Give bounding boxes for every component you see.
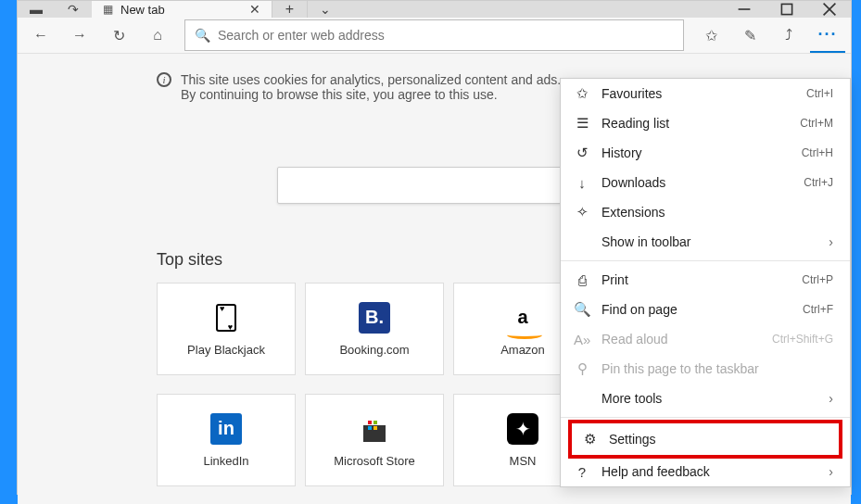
- tile-label: Play Blackjack: [187, 343, 265, 357]
- search-icon: 🔍: [195, 28, 210, 43]
- menu-history[interactable]: ↺ History Ctrl+H: [561, 138, 850, 168]
- browser-tab[interactable]: ▦ New tab ✕: [92, 1, 272, 18]
- menu-shortcut: Ctrl+P: [802, 273, 833, 286]
- print-icon: ⎙: [574, 272, 590, 288]
- menu-label: Extensions: [601, 205, 833, 220]
- address-input[interactable]: [218, 28, 674, 43]
- menu-label: Print: [601, 272, 791, 287]
- tab-label: New tab: [120, 3, 242, 17]
- tile-microsoft-store[interactable]: Microsoft Store: [305, 394, 444, 486]
- menu-shortcut: Ctrl+H: [802, 146, 833, 159]
- toolbar: ← → ↻ ⌂ 🔍 ✩ ✎ ⤴ ···: [18, 18, 851, 54]
- menu-separator: [561, 260, 850, 261]
- menu-label: History: [601, 145, 791, 160]
- menu-shortcut: Ctrl+Shift+G: [772, 333, 833, 346]
- menu-find-on-page[interactable]: 🔍 Find on page Ctrl+F: [561, 295, 850, 324]
- titlebar: ▬ ↷ ▦ New tab ✕ + ⌄: [18, 1, 851, 18]
- menu-label: Help and feedback: [601, 464, 817, 479]
- tile-label: Amazon: [500, 343, 545, 357]
- booking-icon: B.: [359, 302, 390, 334]
- card-icon: [210, 302, 242, 334]
- menu-extensions[interactable]: ✧ Extensions: [561, 197, 850, 227]
- msn-icon: ✦: [507, 413, 538, 445]
- extensions-icon: ✧: [574, 204, 590, 220]
- more-menu: ✩ Favourites Ctrl+I ☰ Reading list Ctrl+…: [560, 78, 851, 487]
- notes-icon[interactable]: ✎: [732, 18, 767, 53]
- pin-icon: ⚲: [574, 360, 590, 377]
- tab-favicon-icon: ▦: [103, 3, 113, 16]
- tile-label: Microsoft Store: [334, 454, 414, 468]
- settings-highlight: ⚙ Settings: [568, 420, 842, 459]
- tile-label: LinkedIn: [203, 454, 248, 468]
- new-tab-button[interactable]: +: [272, 1, 308, 18]
- menu-label: Downloads: [601, 175, 792, 190]
- menu-settings[interactable]: ⚙ Settings: [572, 423, 839, 455]
- chevron-right-icon: ›: [829, 464, 833, 479]
- tab-actions-icon[interactable]: ⌄: [308, 1, 343, 18]
- find-icon: 🔍: [574, 301, 590, 318]
- menu-help-feedback[interactable]: ? Help and feedback ›: [561, 457, 850, 486]
- tile-booking[interactable]: B. Booking.com: [305, 283, 444, 375]
- forward-button[interactable]: →: [62, 18, 97, 53]
- window-controls: [723, 1, 851, 18]
- menu-show-in-toolbar[interactable]: Show in toolbar ›: [561, 227, 850, 257]
- tile-label: MSN: [510, 454, 537, 468]
- tile-play-blackjack[interactable]: Play Blackjack: [157, 283, 296, 375]
- amazon-icon: a: [507, 302, 538, 334]
- reading-list-icon: ☰: [574, 115, 590, 132]
- close-tab-icon[interactable]: ✕: [249, 2, 260, 17]
- info-icon: i: [157, 72, 171, 87]
- svg-rect-1: [781, 4, 791, 14]
- menu-favourites[interactable]: ✩ Favourites Ctrl+I: [561, 79, 850, 108]
- add-favourite-icon[interactable]: ✩: [693, 18, 728, 53]
- home-button[interactable]: ⌂: [140, 18, 175, 53]
- help-icon: ?: [574, 464, 590, 480]
- menu-label: Show in toolbar: [601, 234, 817, 249]
- download-icon: ↓: [574, 175, 590, 191]
- cookie-text: This site uses cookies for analytics, pe…: [181, 72, 579, 102]
- menu-downloads[interactable]: ↓ Downloads Ctrl+J: [561, 168, 850, 197]
- menu-read-aloud: A» Read aloud Ctrl+Shift+G: [561, 324, 850, 354]
- set-aside-tabs-icon[interactable]: ▬: [18, 1, 55, 18]
- menu-label: Reading list: [601, 116, 789, 131]
- tab-strip: ▬ ↷ ▦ New tab ✕ + ⌄: [18, 1, 343, 18]
- menu-pin-taskbar: ⚲ Pin this page to the taskbar: [561, 354, 850, 384]
- history-icon: ↺: [574, 145, 590, 161]
- menu-more-tools[interactable]: More tools ›: [561, 384, 850, 413]
- share-icon[interactable]: ⤴: [771, 18, 806, 53]
- menu-label: Pin this page to the taskbar: [601, 361, 833, 376]
- refresh-button[interactable]: ↻: [101, 18, 136, 53]
- tabs-preview-icon[interactable]: ↷: [55, 1, 92, 18]
- back-button[interactable]: ←: [23, 18, 58, 53]
- address-bar[interactable]: 🔍: [184, 19, 684, 51]
- menu-shortcut: Ctrl+M: [800, 117, 833, 130]
- menu-reading-list[interactable]: ☰ Reading list Ctrl+M: [561, 108, 850, 138]
- more-menu-button[interactable]: ···: [810, 18, 845, 53]
- menu-label: Settings: [609, 432, 822, 447]
- store-icon: [359, 413, 390, 445]
- gear-icon: ⚙: [581, 431, 598, 447]
- menu-print[interactable]: ⎙ Print Ctrl+P: [561, 265, 850, 295]
- menu-label: Favourites: [601, 86, 795, 101]
- star-icon: ✩: [574, 85, 590, 102]
- menu-shortcut: Ctrl+J: [804, 176, 833, 189]
- chevron-right-icon: ›: [829, 391, 833, 406]
- chevron-right-icon: ›: [829, 234, 833, 249]
- tile-label: Booking.com: [339, 343, 409, 357]
- maximize-button[interactable]: [766, 1, 808, 18]
- menu-shortcut: Ctrl+I: [806, 87, 833, 100]
- menu-label: Find on page: [601, 302, 791, 317]
- tile-linkedin[interactable]: in LinkedIn: [157, 394, 296, 486]
- menu-label: Read aloud: [601, 332, 761, 346]
- menu-label: More tools: [601, 391, 817, 406]
- linkedin-icon: in: [210, 413, 242, 445]
- close-window-button[interactable]: [808, 1, 851, 18]
- menu-shortcut: Ctrl+F: [803, 303, 833, 316]
- menu-separator: [561, 417, 850, 418]
- minimize-button[interactable]: [723, 1, 766, 18]
- read-aloud-icon: A»: [574, 332, 590, 347]
